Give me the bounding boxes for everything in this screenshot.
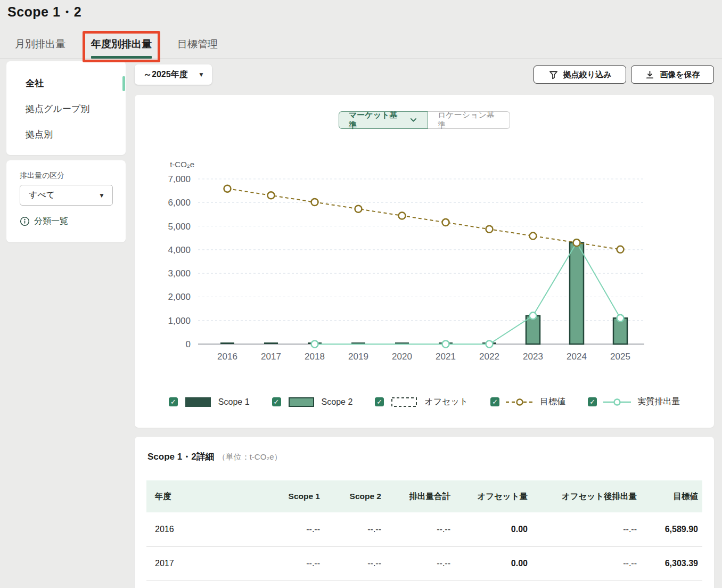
value-cell: --.-- xyxy=(385,512,455,546)
y-axis-tick-label: 6,000 xyxy=(168,198,191,208)
legend-item: ✓目標値 xyxy=(490,396,565,407)
selected-value: ～2025年度 xyxy=(143,69,198,80)
active-tab-underline xyxy=(91,56,152,59)
x-axis-tick-label: 2017 xyxy=(261,352,281,362)
target-line-swatch xyxy=(505,397,535,407)
sidebar-item-site-group[interactable]: 拠点グループ別 xyxy=(26,102,111,117)
sidebar-item-label: 全社 xyxy=(26,78,44,88)
selected-value: すべて xyxy=(29,190,99,201)
x-axis-tick-label: 2016 xyxy=(217,352,237,362)
target-point-marker xyxy=(268,192,275,199)
year-cell: 2016 xyxy=(146,512,276,546)
value-cell: --.-- xyxy=(385,546,455,581)
value-cell: 6,589.90 xyxy=(641,512,702,546)
y-axis-tick-label: 3,000 xyxy=(168,268,191,279)
sidebar-item-site[interactable]: 拠点別 xyxy=(26,127,111,142)
tab-target-management[interactable]: 目標管理 xyxy=(177,30,218,59)
detail-table-unit-note: （単位：t-CO₂e） xyxy=(218,452,282,462)
value-cell: --.-- xyxy=(532,546,641,581)
x-axis-tick-label: 2019 xyxy=(348,352,368,362)
legend-checkbox[interactable]: ✓ xyxy=(375,397,384,406)
x-axis-tick-label: 2021 xyxy=(436,352,456,362)
legend-checkbox[interactable]: ✓ xyxy=(490,397,499,406)
location-basis-button[interactable]: ロケーション基準 xyxy=(428,111,510,129)
value-cell: --.-- xyxy=(324,546,385,581)
table-header-row: 年度Scope 1Scope 2排出量合計オフセット量オフセット後排出量目標値 xyxy=(146,480,702,512)
legend-item: ✓オフセット xyxy=(375,396,468,407)
x-axis-tick-label: 2018 xyxy=(305,352,325,362)
legend-checkbox[interactable]: ✓ xyxy=(588,397,597,406)
legend-item: ✓Scope 2 xyxy=(272,397,353,407)
y-axis-unit-label: t-CO₂e xyxy=(170,160,194,169)
emissions-bar-line-chart: t-CO₂e01,0002,0003,0004,0005,0006,0007,0… xyxy=(135,148,714,377)
market-basis-button[interactable]: マーケット基準 xyxy=(339,111,428,129)
legend-label: 目標値 xyxy=(540,396,565,407)
y-axis-tick-label: 2,000 xyxy=(168,292,191,302)
detail-table-title: Scope 1・2詳細 xyxy=(147,451,215,463)
table-column-header: 目標値 xyxy=(641,480,702,512)
value-cell: --.-- xyxy=(532,512,641,546)
emission-category-select[interactable]: すべて ▼ xyxy=(20,185,113,206)
sidebar-category-card: 排出量の区分 すべて ▼ 分類一覧 xyxy=(6,160,126,242)
legend-checkbox[interactable]: ✓ xyxy=(272,397,281,406)
x-axis-tick-label: 2020 xyxy=(392,352,412,362)
site-filter-button[interactable]: 拠点絞り込み xyxy=(534,66,626,84)
classification-list-link[interactable]: 分類一覧 xyxy=(20,216,68,227)
sidebar-item-company-wide[interactable]: 全社 xyxy=(26,76,111,91)
table-column-header: 排出量合計 xyxy=(385,480,455,512)
tab-label: 年度別排出量 xyxy=(91,37,152,51)
tab-monthly-emissions[interactable]: 月別排出量 xyxy=(15,30,65,59)
tab-label: 月別排出量 xyxy=(15,37,65,51)
scope2-bar xyxy=(526,316,540,344)
segment-label: ロケーション基準 xyxy=(438,110,500,130)
target-point-marker xyxy=(355,206,362,213)
active-item-indicator xyxy=(122,76,125,91)
target-point-marker xyxy=(486,226,493,233)
tab-yearly-emissions[interactable]: 年度別排出量 xyxy=(84,30,159,59)
x-axis-tick-label: 2022 xyxy=(479,352,499,362)
legend-item: ✓実質排出量 xyxy=(588,396,680,407)
scope2-bar xyxy=(570,243,584,344)
chevron-down-icon xyxy=(409,116,418,125)
zero-bar-mark xyxy=(264,342,278,344)
table-column-header: Scope 1 xyxy=(276,480,324,512)
scope2-swatch xyxy=(286,397,316,407)
year-cell: 2017 xyxy=(146,546,276,581)
save-image-button[interactable]: 画像を保存 xyxy=(631,66,714,84)
table-column-header: オフセット量 xyxy=(455,480,532,512)
table-column-header: 年度 xyxy=(146,480,276,512)
table-column-header: オフセット後排出量 xyxy=(532,480,641,512)
y-axis-tick-label: 5,000 xyxy=(168,222,191,232)
target-line xyxy=(227,189,620,249)
x-axis-tick-label: 2024 xyxy=(567,352,587,362)
filter-funnel-icon xyxy=(548,70,559,80)
legend-item: ✓Scope 1 xyxy=(169,397,250,407)
target-point-marker xyxy=(530,232,537,239)
page-title: Scope 1・2 xyxy=(7,3,81,21)
year-range-select[interactable]: ～2025年度 ▼ xyxy=(135,64,212,85)
value-cell: 0.00 xyxy=(455,546,532,581)
table-column-header: Scope 2 xyxy=(324,480,385,512)
value-cell: 6,303.39 xyxy=(641,546,702,581)
y-axis-tick-label: 1,000 xyxy=(168,316,191,326)
legend-checkbox[interactable]: ✓ xyxy=(169,397,178,406)
y-axis-tick-label: 7,000 xyxy=(168,174,191,184)
value-cell: --.-- xyxy=(276,546,324,581)
emissions-detail-table: 年度Scope 1Scope 2排出量合計オフセット量オフセット後排出量目標値 … xyxy=(146,480,702,581)
target-point-marker xyxy=(224,185,231,192)
tab-label: 目標管理 xyxy=(177,37,218,51)
emission-category-label: 排出量の区分 xyxy=(20,171,64,181)
x-axis-tick-label: 2023 xyxy=(523,352,543,362)
value-cell: --.-- xyxy=(276,512,324,546)
download-icon xyxy=(645,70,655,80)
segment-label: マーケット基準 xyxy=(349,110,405,130)
zero-bar-mark xyxy=(220,342,234,344)
target-point-marker xyxy=(442,219,449,226)
target-point-marker xyxy=(399,212,406,219)
button-label: 拠点絞り込み xyxy=(563,70,612,80)
chevron-down-icon: ▼ xyxy=(99,192,105,199)
target-point-marker xyxy=(311,199,318,206)
actual-point-marker xyxy=(617,315,624,322)
link-label: 分類一覧 xyxy=(34,216,68,227)
emissions-chart-card: マーケット基準 ロケーション基準 t-CO₂e01,0002,0003,0004… xyxy=(135,95,714,428)
